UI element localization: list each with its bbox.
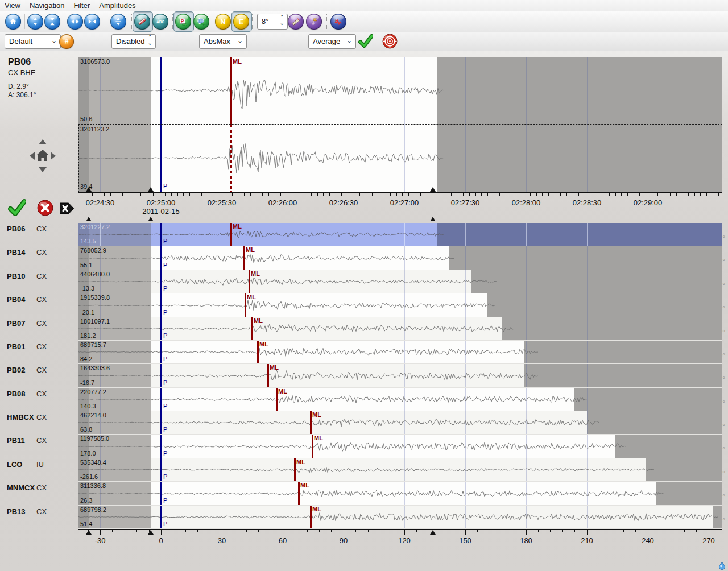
ml-marker[interactable] <box>312 435 313 458</box>
component-n-button[interactable]: N <box>215 14 231 30</box>
amplitude-p-wave-button[interactable]: P <box>330 14 346 30</box>
amplitude-ruler-button[interactable] <box>288 14 304 30</box>
ml-marker[interactable] <box>310 411 312 434</box>
station-trace-row[interactable]: 1915339.8-20.1PML <box>78 293 722 317</box>
p-marker[interactable] <box>160 458 162 481</box>
ml-marker[interactable] <box>294 458 296 481</box>
amplitude-pick-button[interactable]: !P <box>306 14 322 30</box>
station-trace-row[interactable]: 1643303.6-16.7PML <box>78 364 722 388</box>
window-boundary-marker[interactable] <box>86 530 92 535</box>
p-marker-label: P <box>163 450 167 457</box>
ml-marker[interactable] <box>230 57 232 125</box>
ml-marker[interactable] <box>257 341 259 363</box>
zoom-horizontal-out-button[interactable] <box>67 14 83 30</box>
home-button[interactable] <box>5 14 21 30</box>
window-boundary-marker[interactable] <box>148 530 154 535</box>
ml-marker[interactable] <box>267 364 269 387</box>
size-grip-icon[interactable] <box>718 561 726 570</box>
p-marker[interactable] <box>160 388 162 411</box>
zoom-vertical-in-button[interactable] <box>44 14 60 30</box>
station-trace-row[interactable]: 462214.063.8PML <box>78 411 722 435</box>
ml-marker[interactable] <box>230 223 232 246</box>
p-marker[interactable] <box>160 317 162 340</box>
window-boundary-marker[interactable] <box>430 187 436 192</box>
filter-abc-button[interactable]: ABC <box>152 14 168 30</box>
p-marker[interactable] <box>160 364 162 387</box>
axis-tick <box>506 193 506 196</box>
p-marker[interactable] <box>160 482 162 505</box>
waveform <box>78 482 722 505</box>
station-trace-row[interactable]: 311336.826.3PML <box>78 482 722 506</box>
zoom-horizontal-in-button[interactable] <box>84 14 100 30</box>
window-boundary-marker[interactable] <box>86 217 91 221</box>
menu-navigation[interactable]: Navigation <box>25 0 69 11</box>
spin-arrows-icon[interactable]: ⌃⌄ <box>280 15 284 26</box>
station-code: PB14 <box>7 248 26 256</box>
p-marker[interactable] <box>160 57 162 192</box>
axis-tick <box>384 193 384 196</box>
station-trace-row[interactable]: 4406480.0-13.3PML <box>78 270 722 293</box>
ml-marker[interactable] <box>276 388 278 411</box>
station-trace-row[interactable]: 3201227.2143.5PML <box>78 223 722 246</box>
recalculate-target-button[interactable] <box>382 34 398 49</box>
p-marker[interactable] <box>160 293 162 317</box>
menu-filter[interactable]: Filter <box>69 0 94 11</box>
rotation-angle-spinbox[interactable]: 8°⌃⌄ <box>257 14 288 30</box>
window-boundary-marker[interactable] <box>86 187 92 192</box>
station-trace-row[interactable]: 1801097.1181.2PML <box>78 317 722 341</box>
zoom-vertical-in-icon <box>48 17 57 26</box>
spin-arrows-icon[interactable]: ⌃⌄ <box>148 35 152 46</box>
filter-profile-select[interactable]: Default ⌄ <box>5 34 61 49</box>
station-trace-row[interactable]: 689798.251.4PML <box>78 506 722 529</box>
window-boundary-marker[interactable] <box>431 217 435 221</box>
window-boundary-marker[interactable] <box>148 187 154 192</box>
p-marker[interactable] <box>160 341 162 363</box>
p-marker[interactable] <box>160 246 162 270</box>
ml-marker[interactable] <box>298 482 300 505</box>
p-marker[interactable] <box>160 411 162 434</box>
min-snr-spinbox[interactable]: Disabled ⌃⌄ <box>111 34 156 49</box>
window-boundary-marker[interactable] <box>430 530 436 535</box>
selected-station-distance: D: 2.9° <box>8 82 29 90</box>
ml-marker[interactable] <box>251 317 253 340</box>
zoom-vertical-out-button[interactable] <box>27 14 43 30</box>
axis-tick <box>341 193 342 196</box>
amp-type-select[interactable]: AbsMax ⌄ <box>199 34 247 49</box>
station-trace-row[interactable]: 1197585.0178.0PML <box>78 435 722 458</box>
filter-ruler-button[interactable] <box>134 14 150 30</box>
zoom-trace-view[interactable]: 3106573.050.6ML3201123.239.4P <box>78 57 722 192</box>
station-trace-row[interactable]: 768052.955.1PML <box>78 246 722 270</box>
station-trace-row[interactable]: 220777.2140.3PML <box>78 388 722 411</box>
component-e-button[interactable]: E <box>233 14 249 30</box>
p-marker[interactable] <box>160 506 162 528</box>
ml-marker[interactable] <box>249 270 250 293</box>
p-marker[interactable] <box>160 435 162 458</box>
apply-check-button[interactable] <box>358 34 373 48</box>
ml-marker[interactable] <box>310 506 312 528</box>
axis-tick <box>587 530 588 535</box>
pick-globe-button[interactable] <box>193 14 209 30</box>
waveform <box>78 435 722 458</box>
trace-min-value: -16.7 <box>80 379 94 386</box>
station-network: CX <box>36 436 47 445</box>
station-trace-row[interactable]: 535348.4-261.6PML <box>78 458 722 482</box>
menu-amplitudes[interactable]: Amplitudes <box>94 0 140 11</box>
normalize-amplitudes-button[interactable] <box>110 14 126 30</box>
ml-marker[interactable] <box>243 246 245 270</box>
menu-view[interactable]: View <box>0 0 25 11</box>
ml-marker[interactable] <box>230 125 232 192</box>
axis-tick <box>183 193 184 196</box>
amp-combiner-select[interactable]: Average ⌄ <box>308 34 356 49</box>
ml-marker[interactable] <box>245 293 246 317</box>
p-marker[interactable] <box>160 270 162 293</box>
station-trace-row[interactable]: 689715.784.2PML <box>78 341 722 364</box>
p-marker[interactable] <box>160 223 162 246</box>
axis-tick <box>92 193 93 196</box>
waveform <box>78 341 722 363</box>
hash-filter-button[interactable]: # <box>59 34 74 49</box>
axis-tick <box>244 193 245 196</box>
trace-nav-cross[interactable] <box>23 137 63 175</box>
axis-tick <box>514 530 514 532</box>
window-boundary-marker[interactable] <box>148 217 153 221</box>
pick-p-button[interactable]: P <box>175 14 191 30</box>
